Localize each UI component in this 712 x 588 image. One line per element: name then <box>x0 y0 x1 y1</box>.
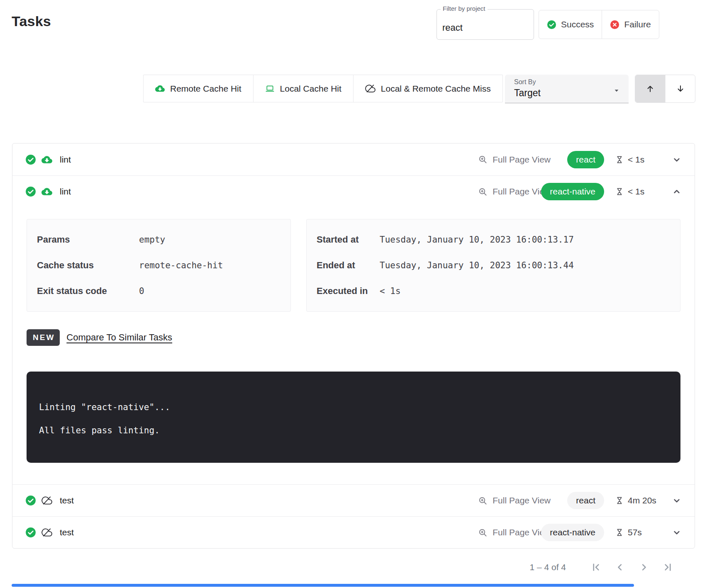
cache-status-label: Cache status <box>37 260 139 271</box>
chevron-down-icon <box>671 154 682 165</box>
success-filter-label: Success <box>561 19 594 29</box>
full-page-view-link[interactable]: Full Page View <box>478 496 551 505</box>
task-row-lint-react[interactable]: lint Full Page View react < 1s <box>12 143 695 175</box>
cloud-off-icon <box>41 495 52 506</box>
project-filter-input[interactable] <box>437 10 534 39</box>
task-row-lint-react-native[interactable]: lint Full Page View react-native < 1s <box>12 175 695 207</box>
success-filter-button[interactable]: Success <box>539 10 602 39</box>
last-page-button[interactable] <box>662 561 674 573</box>
project-badge: react-native <box>541 524 604 541</box>
task-row-right: Full Page View react < 1s <box>478 151 695 168</box>
zoom-in-icon <box>478 155 488 164</box>
failure-filter-button[interactable]: Failure <box>602 10 658 39</box>
exit-code-value: 0 <box>139 286 280 296</box>
local-cache-hit-filter-button[interactable]: Local Cache Hit <box>253 75 353 102</box>
task-list-card: lint Full Page View react < 1s lint <box>12 143 695 549</box>
duration-label: < 1s <box>628 187 644 197</box>
cache-miss-filter-button[interactable]: Local & Remote Cache Miss <box>353 75 502 102</box>
expand-row-button[interactable] <box>670 525 684 539</box>
project-badge-zone: react <box>556 151 604 168</box>
failure-x-icon <box>610 20 619 29</box>
hourglass-icon <box>615 187 624 196</box>
chevron-right-icon <box>638 561 650 573</box>
caret-down-icon <box>612 86 621 95</box>
status-filter-group: Success Failure <box>539 10 659 39</box>
cache-status-row: Cache status remote-cache-hit <box>37 253 280 278</box>
previous-page-button[interactable] <box>614 561 626 573</box>
cache-status-value: remote-cache-hit <box>139 260 280 270</box>
cloud-download-icon <box>155 84 165 93</box>
video-progress-bar[interactable] <box>12 584 634 587</box>
exit-code-row: Exit status code 0 <box>37 278 280 304</box>
pagination-buttons <box>590 561 674 573</box>
remote-cache-hit-filter-button[interactable]: Remote Cache Hit <box>144 75 253 102</box>
terminal-line: Linting "react-native"... <box>39 402 668 412</box>
params-label: Params <box>37 234 139 245</box>
hourglass-icon <box>615 496 624 505</box>
full-page-view-label: Full Page View <box>493 496 551 505</box>
full-page-view-link[interactable]: Full Page View <box>478 187 551 197</box>
sort-direction-group <box>635 75 695 103</box>
ended-at-row: Ended at Tuesday, January 10, 2023 16:00… <box>317 253 670 278</box>
task-duration: 57s <box>615 527 661 537</box>
first-page-button[interactable] <box>590 561 602 573</box>
ended-at-value: Tuesday, January 10, 2023 16:00:13.44 <box>380 260 670 270</box>
next-page-button[interactable] <box>638 561 650 573</box>
compare-row: NEW Compare To Similar Tasks <box>27 329 680 346</box>
task-name: lint <box>60 187 71 197</box>
cache-filter-group: Remote Cache Hit Local Cache Hit Local &… <box>143 75 503 102</box>
task-duration: < 1s <box>615 187 661 197</box>
success-check-icon <box>25 154 36 165</box>
hourglass-icon <box>615 528 624 537</box>
expand-row-button[interactable] <box>670 153 684 167</box>
success-check-icon <box>25 186 36 197</box>
full-page-view-link[interactable]: Full Page View <box>478 527 551 537</box>
chevron-down-icon <box>671 527 682 538</box>
new-badge: NEW <box>27 329 60 346</box>
chevron-up-icon <box>671 186 682 197</box>
executed-in-label: Executed in <box>317 286 380 296</box>
task-row-left: test <box>12 527 74 538</box>
sort-by-select[interactable]: Sort By Target <box>505 75 629 103</box>
ended-at-label: Ended at <box>317 260 380 271</box>
expand-row-button[interactable] <box>670 493 684 508</box>
cloud-download-icon <box>41 154 52 165</box>
toolbar: Remote Cache Hit Local Cache Hit Local &… <box>0 74 712 103</box>
collapse-row-button[interactable] <box>670 185 684 199</box>
task-name: test <box>60 527 74 537</box>
pagination-range-label: 1 – 4 of 4 <box>529 562 566 572</box>
task-name: lint <box>60 155 71 165</box>
project-badge-zone: react-native <box>556 183 604 200</box>
project-badge-zone: react-native <box>556 524 604 541</box>
sort-ascending-button[interactable] <box>635 75 665 102</box>
started-at-value: Tuesday, January 10, 2023 16:00:13.17 <box>380 235 670 245</box>
cloud-off-icon <box>365 83 376 94</box>
full-page-view-link[interactable]: Full Page View <box>478 155 551 165</box>
started-at-row: Started at Tuesday, January 10, 2023 16:… <box>317 227 670 253</box>
laptop-icon <box>265 84 275 93</box>
zoom-in-icon <box>478 187 488 197</box>
cloud-off-icon <box>41 527 52 538</box>
sort-descending-button[interactable] <box>665 75 695 102</box>
terminal-line: All files pass linting. <box>39 425 668 435</box>
task-name: test <box>60 496 74 505</box>
task-detail-section: Params empty Cache status remote-cache-h… <box>12 207 695 484</box>
detail-panels: Params empty Cache status remote-cache-h… <box>27 219 680 312</box>
compare-to-similar-tasks-link[interactable]: Compare To Similar Tasks <box>66 332 172 343</box>
task-row-test-react[interactable]: test Full Page View react 4m 20s <box>12 484 695 516</box>
task-meta-panel: Params empty Cache status remote-cache-h… <box>27 219 291 312</box>
executed-in-value: < 1s <box>380 286 670 296</box>
params-row: Params empty <box>37 227 280 253</box>
project-filter-label: Filter by project <box>441 5 488 12</box>
success-check-icon <box>25 495 36 506</box>
task-timing-panel: Started at Tuesday, January 10, 2023 16:… <box>306 219 680 312</box>
task-row-right: Full Page View react-native < 1s <box>478 183 695 200</box>
sort-by-label: Sort By <box>514 78 629 86</box>
task-row-test-react-native[interactable]: test Full Page View react-native 57s <box>12 516 695 548</box>
task-row-left: test <box>12 495 74 506</box>
arrow-up-icon <box>645 84 655 94</box>
task-row-left: lint <box>12 186 71 197</box>
project-badge: react-native <box>541 183 604 200</box>
project-filter-field: Filter by project <box>436 9 534 40</box>
failure-filter-label: Failure <box>624 19 651 29</box>
